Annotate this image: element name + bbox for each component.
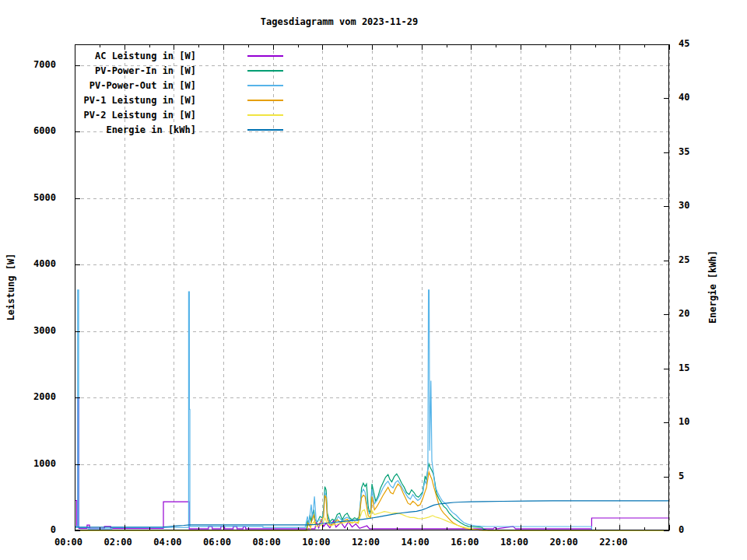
right-tick-label: 45 <box>679 39 725 49</box>
legend-line-sample <box>247 129 283 131</box>
x-tick-label: 06:00 <box>194 537 240 548</box>
x-tick-label: 08:00 <box>244 537 290 548</box>
right-tick-label: 0 <box>679 525 725 535</box>
legend-label: PV-Power-In in [W] <box>0 65 196 76</box>
x-tick-label: 00:00 <box>45 537 92 548</box>
x-tick-label: 18:00 <box>491 537 538 548</box>
x-tick-label: 10:00 <box>293 537 339 548</box>
legend-label: AC Leistung in [W] <box>0 51 196 61</box>
chart-canvas: Tagesdiagramm vom 2023-11-29 Leistung [W… <box>0 0 747 560</box>
right-tick-label: 25 <box>679 255 725 265</box>
left-tick-label: 4000 <box>0 259 56 269</box>
x-tick-label: 20:00 <box>541 537 587 548</box>
right-tick-label: 20 <box>679 309 725 319</box>
left-tick-label: 1000 <box>0 459 56 469</box>
legend-line-sample <box>247 55 283 57</box>
legend-label: PV-Power-Out in [W] <box>0 80 196 91</box>
x-tick-label: 04:00 <box>144 537 191 548</box>
legend-line-sample <box>247 85 283 86</box>
legend-line-sample <box>247 100 283 101</box>
left-tick-label: 5000 <box>0 193 56 203</box>
x-tick-label: 12:00 <box>342 537 389 548</box>
x-tick-label: 14:00 <box>392 537 439 548</box>
x-tick-label: 16:00 <box>441 537 488 548</box>
x-tick-label: 22:00 <box>590 537 637 548</box>
right-tick-label: 5 <box>679 471 725 481</box>
legend-label: PV-2 Leistung in [W] <box>0 110 196 121</box>
right-tick-label: 15 <box>679 363 725 373</box>
right-tick-label: 35 <box>679 147 725 157</box>
right-tick-label: 40 <box>679 93 725 103</box>
legend-label: Energie in [kWh] <box>0 124 196 135</box>
legend-line-sample <box>247 70 283 72</box>
right-tick-label: 10 <box>679 417 725 427</box>
x-tick-label: 02:00 <box>95 537 142 548</box>
left-tick-label: 3000 <box>0 326 56 336</box>
legend-line-sample <box>247 114 283 116</box>
left-tick-label: 0 <box>0 525 56 535</box>
legend-label: PV-1 Leistung in [W] <box>0 95 196 106</box>
left-tick-label: 2000 <box>0 392 56 402</box>
right-tick-label: 30 <box>679 201 725 211</box>
